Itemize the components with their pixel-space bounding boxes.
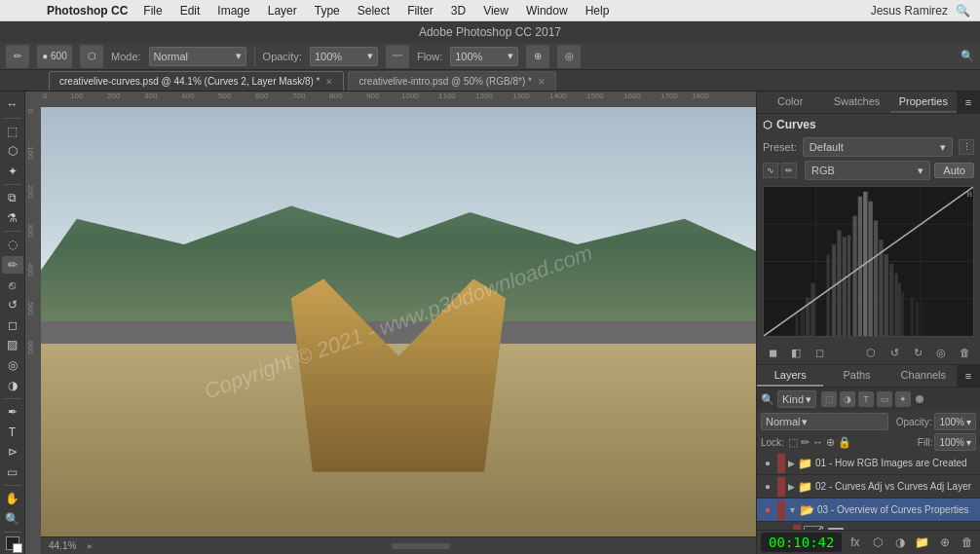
extra-tool-2[interactable]: ◎ bbox=[557, 45, 581, 68]
lock-image[interactable]: ✏ bbox=[801, 436, 810, 449]
curves-eyedropper-gray[interactable]: ◧ bbox=[786, 343, 806, 362]
menu-item-file[interactable]: File bbox=[135, 2, 170, 19]
curves-eyedropper-black[interactable]: ◼ bbox=[763, 343, 782, 362]
tool-shape[interactable]: ▭ bbox=[2, 462, 23, 481]
tab-channels[interactable]: Channels bbox=[890, 365, 957, 387]
lock-all[interactable]: 🔒 bbox=[838, 436, 851, 449]
channel-select[interactable]: RGB ▾ bbox=[805, 161, 930, 180]
menu-item-layer[interactable]: Layer bbox=[260, 2, 305, 19]
tool-dodge[interactable]: ◑ bbox=[2, 376, 23, 394]
foreground-color[interactable] bbox=[6, 536, 19, 550]
curves-thumbnail[interactable]: ⬡ bbox=[861, 343, 881, 362]
scroll-thumb[interactable] bbox=[392, 543, 450, 549]
tab-properties[interactable]: Properties bbox=[890, 92, 957, 113]
tool-path-select[interactable]: ⊳ bbox=[2, 443, 23, 462]
lock-position[interactable]: ↔ bbox=[812, 436, 823, 449]
tool-spot-heal[interactable]: ◌ bbox=[2, 236, 23, 254]
chevron-03[interactable]: ▼ bbox=[788, 505, 797, 515]
tool-clone[interactable]: ⎋ bbox=[2, 276, 23, 294]
tab-intro-close[interactable]: ✕ bbox=[538, 77, 546, 87]
fill-input[interactable]: 100% ▾ bbox=[934, 433, 976, 451]
layers-menu-icon[interactable]: ≡ bbox=[957, 365, 980, 387]
filter-adjust[interactable]: ◑ bbox=[840, 391, 855, 407]
tool-brush[interactable]: ✏ bbox=[2, 256, 23, 275]
mode-select[interactable]: Normal ▾ bbox=[149, 47, 246, 66]
filter-shape[interactable]: ▭ bbox=[877, 391, 892, 407]
color-picker[interactable] bbox=[6, 536, 19, 550]
preset-select[interactable]: Default ▾ bbox=[803, 137, 953, 157]
filter-toggle-dot[interactable] bbox=[916, 395, 923, 403]
extra-tool-1[interactable]: ⊕ bbox=[526, 45, 549, 68]
menu-item-help[interactable]: Help bbox=[578, 2, 618, 19]
menu-item-3d[interactable]: 3D bbox=[443, 2, 473, 19]
lock-artboard[interactable]: ⊕ bbox=[826, 436, 835, 449]
tool-lasso[interactable]: ⬡ bbox=[2, 142, 23, 161]
lock-transparent[interactable]: ⬚ bbox=[788, 436, 798, 449]
curves-undo[interactable]: ↺ bbox=[885, 343, 904, 362]
tool-gradient[interactable]: ▨ bbox=[2, 336, 23, 354]
curve-mode-point[interactable]: ∿ bbox=[763, 163, 778, 178]
tool-crop[interactable]: ⧉ bbox=[2, 189, 23, 207]
opacity-input[interactable]: 100% ▾ bbox=[934, 413, 976, 430]
tool-pen[interactable]: ✒ bbox=[2, 403, 23, 422]
tab-swatches[interactable]: Swatches bbox=[823, 92, 889, 113]
menu-item-view[interactable]: View bbox=[475, 2, 516, 19]
tool-eyedropper[interactable]: ⚗ bbox=[2, 209, 23, 228]
delete-layer[interactable]: 🗑 bbox=[958, 533, 976, 552]
menu-item-type[interactable]: Type bbox=[307, 2, 348, 19]
curves-eyedropper-white[interactable]: ◻ bbox=[810, 343, 829, 362]
add-layer-mask[interactable]: ⬡ bbox=[868, 533, 886, 552]
auto-button[interactable]: Auto bbox=[934, 163, 974, 178]
menu-item-window[interactable]: Window bbox=[518, 2, 576, 19]
curve-mode-pencil[interactable]: ✏ bbox=[781, 163, 797, 178]
eye-02[interactable]: ● bbox=[761, 480, 774, 494]
new-layer[interactable]: ⊕ bbox=[935, 533, 954, 552]
tool-hand[interactable]: ✋ bbox=[2, 490, 23, 508]
filter-pixel[interactable]: ⬚ bbox=[821, 391, 837, 407]
layer-kind-select[interactable]: Kind ▾ bbox=[777, 390, 816, 408]
search-icon[interactable]: 🔍 bbox=[956, 4, 970, 18]
layer-group-02[interactable]: ● ▶ 📁 02 - Curves Adj vs Curves Adj Laye… bbox=[757, 475, 980, 499]
new-group[interactable]: 📁 bbox=[913, 533, 931, 552]
tool-move[interactable]: ↔ bbox=[2, 95, 23, 114]
filter-smart[interactable]: ✦ bbox=[895, 391, 911, 407]
menu-item-image[interactable]: Image bbox=[209, 2, 257, 19]
tool-zoom[interactable]: 🔍 bbox=[2, 510, 23, 529]
curves-graph[interactable]: B bbox=[763, 186, 974, 337]
eye-01[interactable]: ● bbox=[761, 457, 774, 470]
layer-curves2[interactable]: ● Curves 2 bbox=[757, 522, 980, 530]
tool-marquee-rect[interactable]: ⬚ bbox=[2, 122, 23, 140]
airbrush-icon[interactable]: 〰 bbox=[386, 45, 409, 68]
chevron-01[interactable]: ▶ bbox=[788, 459, 795, 468]
eye-03[interactable]: ● bbox=[761, 503, 774, 517]
curves-visibility[interactable]: ◎ bbox=[931, 343, 951, 362]
tab-color[interactable]: Color bbox=[757, 92, 823, 113]
tab-curves[interactable]: creativelive-curves.psd @ 44.1% (Curves … bbox=[49, 71, 344, 91]
fx-button[interactable]: fx bbox=[846, 533, 864, 552]
blend-mode-select[interactable]: Normal ▾ bbox=[761, 413, 888, 430]
filter-type[interactable]: T bbox=[858, 391, 874, 407]
preset-options[interactable]: ⋮ bbox=[959, 139, 974, 155]
tab-curves-close[interactable]: ✕ bbox=[325, 77, 333, 87]
layer-group-01[interactable]: ● ▶ 📁 01 - How RGB Images are Created bbox=[757, 452, 980, 475]
tool-type[interactable]: T bbox=[2, 423, 23, 441]
panel-menu-icon[interactable]: ≡ bbox=[957, 92, 980, 113]
tab-layers[interactable]: Layers bbox=[757, 365, 823, 387]
menu-item-filter[interactable]: Filter bbox=[399, 2, 441, 19]
tab-paths[interactable]: Paths bbox=[823, 365, 889, 387]
tool-history-brush[interactable]: ↺ bbox=[2, 296, 23, 314]
new-fill-layer[interactable]: ◑ bbox=[890, 533, 909, 552]
layer-group-03[interactable]: ● ▼ 📂 03 - Overview of Curves Properties bbox=[757, 499, 980, 522]
opacity-select[interactable]: 100% ▾ bbox=[310, 47, 378, 66]
tool-eraser[interactable]: ◻ bbox=[2, 315, 23, 334]
chevron-02[interactable]: ▶ bbox=[788, 482, 795, 492]
tab-intro[interactable]: creativelive-intro.psd @ 50% (RGB/8*) * … bbox=[348, 71, 555, 91]
brush-preset[interactable]: ● 600 bbox=[37, 45, 72, 68]
menu-item-edit[interactable]: Edit bbox=[172, 2, 208, 19]
curves-delete[interactable]: 🗑 bbox=[955, 343, 974, 362]
curves-redo[interactable]: ↻ bbox=[908, 343, 927, 362]
search-panel[interactable]: 🔍 bbox=[961, 50, 974, 62]
tool-quick-select[interactable]: ✦ bbox=[2, 163, 23, 181]
menu-item-select[interactable]: Select bbox=[350, 2, 397, 19]
tool-blur[interactable]: ◎ bbox=[2, 356, 23, 375]
